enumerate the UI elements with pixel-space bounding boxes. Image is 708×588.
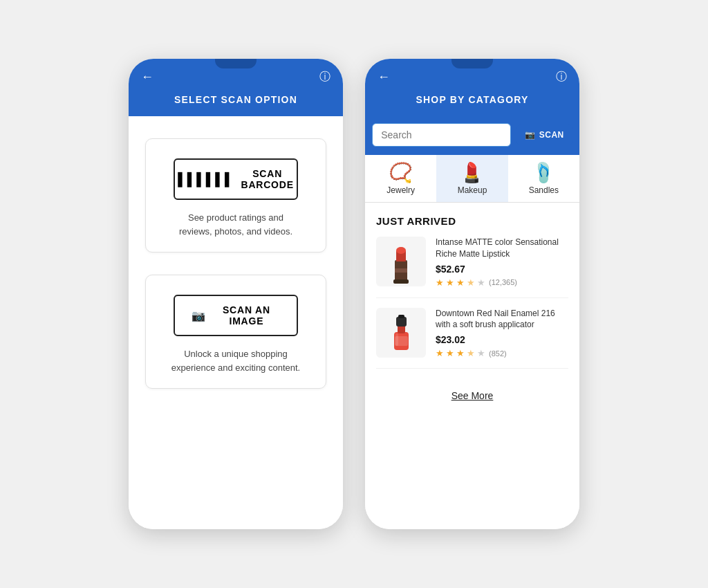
scan-barcode-button[interactable]: ▌▌▌▌▌▌ SCAN BARCODE <box>174 158 298 200</box>
right-back-button[interactable]: ← <box>378 70 390 84</box>
product-info-lipstick: Intanse MATTE color Sensational Riche Ma… <box>436 237 568 288</box>
right-phone-body: 📿 Jewelry 💄 Makeup 🩴 Sandles JUST ARRIVE… <box>365 155 579 529</box>
svg-rect-10 <box>395 333 398 346</box>
star2: ★ <box>446 277 454 288</box>
left-back-button[interactable]: ← <box>141 70 153 84</box>
product-name-nailpolish: Downtown Red Nail Enamel 216 with a soft… <box>436 308 568 331</box>
left-phone-title: SELECT SCAN OPTION <box>174 89 297 116</box>
category-jewelry-label: Jewelry <box>386 185 415 195</box>
product-card-nailpolish[interactable]: Downtown Red Nail Enamel 216 with a soft… <box>376 308 568 369</box>
np-star5: ★ <box>477 348 485 358</box>
product-price-lipstick: $52.67 <box>436 264 568 275</box>
scan-options-container: ▌▌▌▌▌▌ SCAN BARCODE See product ratings … <box>129 116 343 411</box>
stars-row-lipstick: ★ ★ ★ ★ ★ (12,365) <box>436 277 568 288</box>
svg-rect-7 <box>396 317 407 327</box>
just-arrived-section: JUST ARRIVED <box>365 203 579 369</box>
camera-icon: 📷 <box>192 309 206 322</box>
left-info-icon[interactable]: ⓘ <box>319 70 330 84</box>
page-wrapper: ← ⓘ SELECT SCAN OPTION ▌▌▌▌▌▌ SCAN BARCO… <box>0 31 708 557</box>
see-more-link[interactable]: See More <box>451 390 494 401</box>
makeup-icon: 💄 <box>460 163 484 183</box>
left-phone-header: ← ⓘ SELECT SCAN OPTION <box>129 59 343 116</box>
np-star4: ★ <box>467 348 475 358</box>
category-jewelry[interactable]: 📿 Jewelry <box>365 155 436 202</box>
left-phone: ← ⓘ SELECT SCAN OPTION ▌▌▌▌▌▌ SCAN BARCO… <box>129 59 343 529</box>
see-more-section: See More <box>365 378 579 416</box>
product-image-nailpolish <box>376 308 426 358</box>
category-makeup[interactable]: 💄 Makeup <box>436 155 507 202</box>
category-sandles-label: Sandles <box>529 185 559 195</box>
right-info-icon[interactable]: ⓘ <box>556 70 567 84</box>
review-count-lipstick: (12,365) <box>489 278 517 286</box>
just-arrived-title: JUST ARRIVED <box>376 215 568 227</box>
category-sandles[interactable]: 🩴 Sandles <box>508 155 579 202</box>
star4: ★ <box>467 277 475 288</box>
search-bar-row: 📷 SCAN <box>365 116 579 155</box>
right-top-bar: ← ⓘ <box>378 70 567 89</box>
right-phone: ← ⓘ SHOP BY CATAGORY 📷 SCAN 📿 Jewelry <box>365 59 579 529</box>
scan-image-card: 📷 SCAN AN IMAGE Unlock a unique shopping… <box>145 275 326 389</box>
right-phone-title: SHOP BY CATAGORY <box>416 89 528 116</box>
scan-camera-icon: 📷 <box>525 130 536 140</box>
left-top-bar: ← ⓘ <box>141 70 330 89</box>
star3: ★ <box>456 277 465 288</box>
svg-point-3 <box>396 247 406 254</box>
product-price-nailpolish: $23.02 <box>436 334 568 345</box>
product-name-lipstick: Intanse MATTE color Sensational Riche Ma… <box>436 237 568 260</box>
sandles-icon: 🩴 <box>532 163 556 183</box>
scan-image-description: Unlock a unique shoppingexperience and e… <box>171 347 300 374</box>
product-image-lipstick <box>376 237 426 286</box>
right-phone-header: ← ⓘ SHOP BY CATAGORY 📷 SCAN <box>365 59 579 155</box>
right-notch <box>451 59 493 68</box>
scan-barcode-description: See product ratings andreviews, photos, … <box>179 211 292 238</box>
svg-rect-8 <box>398 315 404 318</box>
categories-row: 📿 Jewelry 💄 Makeup 🩴 Sandles <box>365 155 579 203</box>
svg-rect-1 <box>395 268 407 273</box>
star5: ★ <box>477 277 485 288</box>
scan-button-label: SCAN <box>539 130 564 140</box>
scan-barcode-label: SCAN BARCODE <box>241 168 293 190</box>
star1: ★ <box>436 277 444 288</box>
np-star3: ★ <box>456 348 465 358</box>
scan-image-label: SCAN AN IMAGE <box>213 304 280 327</box>
product-info-nailpolish: Downtown Red Nail Enamel 216 with a soft… <box>436 308 568 359</box>
left-phone-body: ▌▌▌▌▌▌ SCAN BARCODE See product ratings … <box>129 116 343 529</box>
np-star1: ★ <box>436 348 444 358</box>
search-input[interactable] <box>372 123 511 147</box>
scan-image-button[interactable]: 📷 SCAN AN IMAGE <box>174 295 298 336</box>
category-makeup-label: Makeup <box>458 185 487 195</box>
scan-barcode-card: ▌▌▌▌▌▌ SCAN BARCODE See product ratings … <box>145 138 326 252</box>
scan-button[interactable]: 📷 SCAN <box>516 125 572 145</box>
svg-rect-4 <box>393 279 409 284</box>
np-star2: ★ <box>446 348 454 358</box>
product-card-lipstick[interactable]: Intanse MATTE color Sensational Riche Ma… <box>376 237 568 298</box>
stars-row-nailpolish: ★ ★ ★ ★ ★ (852) <box>436 348 568 358</box>
jewelry-icon: 📿 <box>389 163 413 183</box>
review-count-nailpolish: (852) <box>489 349 507 358</box>
left-notch <box>215 59 257 68</box>
barcode-icon: ▌▌▌▌▌▌ <box>178 172 234 187</box>
